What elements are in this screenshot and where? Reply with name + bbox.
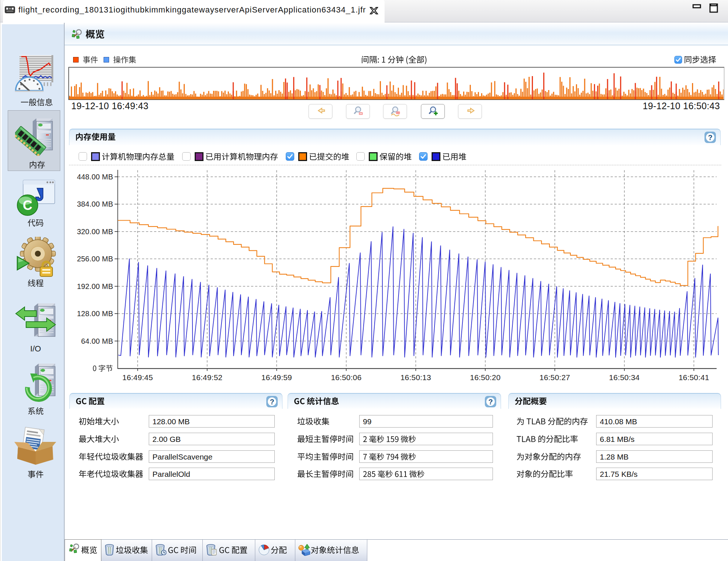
svg-text:C: C xyxy=(23,198,32,213)
